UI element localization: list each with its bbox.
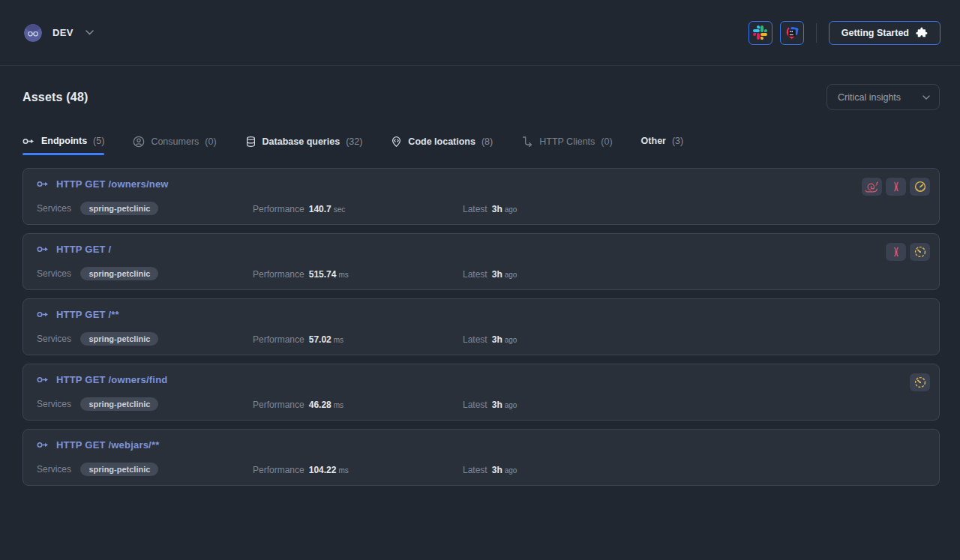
endpoint-icon [37, 441, 50, 449]
asset-title-link[interactable]: HTTP GET / [56, 244, 111, 255]
http-client-icon [521, 136, 533, 148]
getting-started-label: Getting Started [842, 28, 909, 38]
insight-badges [886, 243, 930, 261]
slack-button[interactable] [748, 21, 772, 45]
tab-endpoints[interactable]: Endpoints (5) [22, 136, 104, 155]
latest-label: Latest [463, 465, 488, 475]
asset-tabs: Endpoints (5) Consumers (0) Database que… [22, 136, 940, 157]
performance-unit: ms [334, 336, 344, 344]
asset-title-link[interactable]: HTTP GET /** [56, 309, 119, 320]
performance-unit: ms [334, 401, 344, 409]
clock-insight-badge[interactable] [910, 243, 930, 261]
jetbrains-button[interactable] [780, 21, 804, 45]
asset-list: HTTP GET /owners/new Services spring-pet… [22, 168, 940, 486]
endpoint-icon [22, 137, 35, 145]
latest-label: Latest [463, 269, 488, 280]
tab-label: Code locations [408, 136, 476, 147]
performance-value: 515.74 [309, 269, 337, 280]
digma-logo [24, 24, 42, 42]
performance-unit: ms [338, 466, 348, 475]
performance-label: Performance [253, 400, 304, 410]
getting-started-button[interactable]: Getting Started [829, 21, 940, 45]
latest-unit: ago [505, 336, 518, 344]
database-icon [245, 136, 256, 148]
asset-card[interactable]: HTTP GET /owners/find Services spring-pe… [22, 364, 940, 421]
latest-label: Latest [463, 204, 488, 214]
tab-label: HTTP Clients [539, 136, 595, 147]
services-label: Services [37, 268, 71, 279]
page-title: Assets (48) [22, 91, 88, 104]
scaling-icon [891, 181, 902, 193]
snail-icon [865, 181, 879, 193]
jetbrains-icon [784, 25, 800, 40]
snail-insight-badge[interactable] [862, 178, 882, 196]
tab-count: (0) [601, 136, 612, 147]
insight-badges [862, 178, 930, 196]
gauge-icon [914, 181, 926, 193]
tab-database-queries[interactable]: Database queries (32) [245, 136, 363, 157]
endpoint-icon [37, 376, 50, 384]
performance-value: 57.02 [309, 334, 332, 345]
latest-value: 3h [492, 334, 502, 345]
asset-title-link[interactable]: HTTP GET /owners/new [56, 178, 169, 190]
critical-insights-filter[interactable]: Critical insights [826, 84, 940, 110]
tab-consumers[interactable]: Consumers (0) [133, 136, 216, 157]
chevron-down-icon [86, 30, 94, 35]
performance-label: Performance [253, 269, 304, 280]
scaling-insight-badge[interactable] [886, 178, 906, 196]
top-bar: DEV [0, 0, 960, 66]
endpoint-icon [37, 245, 50, 253]
services-label: Services [37, 334, 71, 344]
service-badge: spring-petclinic [80, 332, 158, 346]
chevron-down-icon [922, 95, 930, 100]
tab-http-clients[interactable]: HTTP Clients (0) [521, 136, 612, 157]
slack-icon [753, 25, 767, 40]
performance-value: 46.28 [309, 400, 332, 410]
asset-title-link[interactable]: HTTP GET /webjars/** [56, 439, 159, 451]
service-badge: spring-petclinic [80, 202, 158, 215]
clock-icon [914, 246, 926, 258]
puzzle-icon [916, 27, 928, 39]
code-location-icon [391, 136, 402, 148]
environment-name: DEV [52, 27, 74, 38]
performance-label: Performance [253, 204, 304, 214]
latest-label: Latest [463, 400, 488, 410]
tab-label: Endpoints [41, 136, 87, 146]
service-badge: spring-petclinic [80, 267, 158, 280]
top-actions: Getting Started [748, 21, 940, 45]
asset-card[interactable]: HTTP GET /owners/new Services spring-pet… [22, 168, 940, 225]
gauge-insight-badge[interactable] [910, 178, 930, 196]
clock-icon [914, 376, 926, 388]
tab-count: (0) [205, 136, 216, 147]
endpoint-icon [37, 310, 50, 319]
performance-value: 140.7 [309, 204, 332, 214]
latest-value: 3h [492, 269, 502, 280]
clock-insight-badge[interactable] [910, 373, 930, 391]
asset-card[interactable]: HTTP GET /webjars/** Services spring-pet… [22, 429, 940, 486]
tab-count: (32) [346, 136, 362, 147]
filter-label: Critical insights [838, 92, 901, 103]
performance-value: 104.22 [309, 465, 337, 475]
tab-label: Other [641, 136, 666, 146]
asset-card[interactable]: HTTP GET /** Services spring-petclinic P… [22, 298, 940, 355]
latest-value: 3h [492, 465, 502, 475]
tab-count: (8) [482, 136, 493, 147]
services-label: Services [37, 203, 71, 214]
latest-unit: ago [505, 401, 518, 409]
latest-unit: ago [505, 271, 518, 279]
performance-label: Performance [253, 334, 304, 345]
tab-label: Database queries [262, 136, 340, 147]
tab-code-locations[interactable]: Code locations (8) [391, 136, 493, 157]
scaling-insight-badge[interactable] [886, 243, 906, 261]
environment-switcher[interactable]: DEV [24, 24, 94, 42]
asset-card[interactable]: HTTP GET / Services spring-petclinic Per… [22, 233, 940, 290]
asset-title-link[interactable]: HTTP GET /owners/find [56, 374, 167, 385]
performance-unit: sec [334, 205, 346, 214]
tab-label: Consumers [151, 136, 199, 147]
divider [816, 23, 817, 43]
latest-value: 3h [492, 204, 502, 214]
tab-other[interactable]: Other (3) [641, 136, 684, 155]
performance-label: Performance [253, 465, 304, 475]
service-badge: spring-petclinic [80, 397, 158, 411]
consumer-icon [133, 136, 145, 148]
